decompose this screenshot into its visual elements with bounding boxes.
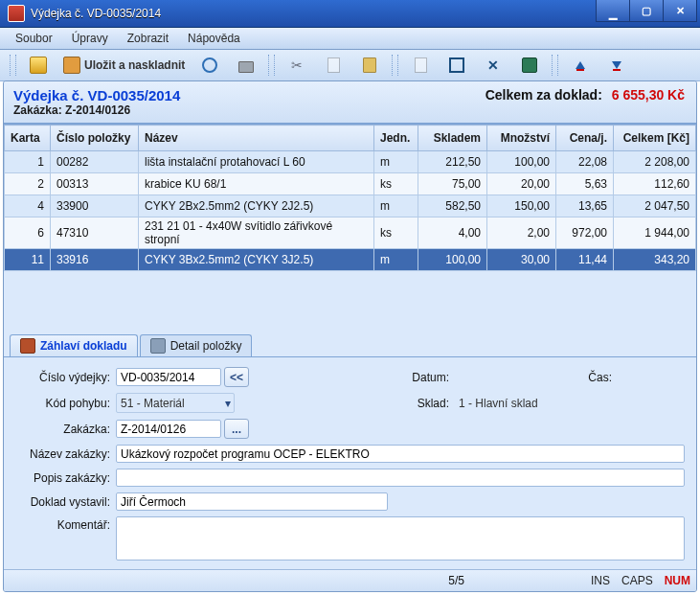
col-cena[interactable]: Cena/j. [556, 126, 614, 151]
cell-cena[interactable]: 5,63 [556, 173, 614, 195]
col-cislo-polozky[interactable]: Číslo položky [51, 126, 139, 151]
col-nazev[interactable]: Název [139, 126, 374, 151]
move-down-button[interactable] [600, 53, 633, 78]
cell-mn[interactable]: 100,00 [487, 151, 556, 173]
copy-button[interactable] [317, 53, 350, 78]
cell-mn[interactable]: 20,00 [487, 173, 556, 195]
refresh-button[interactable] [193, 53, 226, 78]
cell-karta[interactable]: 6 [5, 217, 51, 249]
tab-header-label: Záhlaví dokladu [40, 339, 127, 353]
col-skladem[interactable]: Skladem [418, 126, 487, 151]
cell-cena[interactable]: 13,65 [556, 195, 614, 217]
cell-cislo[interactable]: 00313 [51, 173, 139, 195]
toolbar-handle[interactable] [10, 55, 16, 76]
input-cislo-vydejky[interactable] [116, 368, 221, 386]
cell-jedn[interactable]: ks [374, 217, 418, 249]
label-popis-zakazky: Popis zakázky: [15, 471, 116, 485]
close-button[interactable]: ✕ [664, 0, 697, 22]
cell-nazev[interactable]: 231 21 01 - 4x40W svítidlo zářivkové str… [139, 217, 374, 249]
cell-cislo[interactable]: 47310 [51, 217, 139, 249]
cell-cel[interactable]: 112,60 [614, 173, 696, 195]
header-tab-icon [20, 338, 35, 354]
cell-nazev[interactable]: krabice KU 68/1 [139, 173, 374, 195]
cell-jedn[interactable]: ks [374, 173, 418, 195]
menu-view[interactable]: Zobrazit [118, 30, 178, 47]
input-komentar[interactable] [116, 516, 685, 561]
col-celkem[interactable]: Celkem [Kč] [614, 126, 696, 151]
field-datum [455, 368, 579, 386]
toolbar-handle[interactable] [392, 55, 398, 76]
menu-file[interactable]: Soubor [6, 30, 62, 47]
crop-button[interactable] [440, 53, 473, 78]
toolbar-handle[interactable] [268, 55, 275, 76]
table-row[interactable]: 647310231 21 01 - 4x40W svítidlo zářivko… [5, 217, 696, 249]
cell-cel[interactable]: 343,20 [614, 249, 696, 271]
cell-cena[interactable]: 972,00 [556, 217, 614, 249]
delete-icon: ✕ [487, 57, 499, 73]
cell-mn[interactable]: 150,00 [487, 195, 556, 217]
input-zakazka[interactable] [116, 420, 221, 438]
cell-skl[interactable]: 100,00 [418, 249, 487, 271]
delete-button[interactable]: ✕ [477, 53, 509, 78]
calc-button[interactable] [513, 53, 546, 78]
cell-karta[interactable]: 11 [5, 249, 51, 271]
cell-mn[interactable]: 2,00 [487, 217, 556, 249]
menu-edit[interactable]: Úpravy [62, 30, 118, 47]
cell-cena[interactable]: 22,08 [556, 151, 614, 173]
prev-doc-button[interactable]: << [224, 367, 249, 387]
cell-jedn[interactable]: m [374, 151, 418, 173]
col-karta[interactable]: Karta [5, 126, 51, 151]
combo-kod-pohybu[interactable]: 51 - Materiál ▾ [116, 393, 235, 413]
table-row[interactable]: 433900CYKY 2Bx2.5mm2 (CYKY 2J2.5)m582,50… [5, 195, 696, 217]
printer-icon [238, 61, 254, 73]
cell-nazev[interactable]: CYKY 2Bx2.5mm2 (CYKY 2J2.5) [139, 195, 374, 217]
move-up-button[interactable] [564, 53, 597, 78]
cell-karta[interactable]: 2 [5, 173, 51, 195]
cell-nazev[interactable]: lišta instalační protahovací L 60 [139, 151, 374, 173]
cell-jedn[interactable]: m [374, 195, 418, 217]
cell-cel[interactable]: 1 944,00 [614, 217, 696, 249]
tab-detail[interactable]: Detail položky [140, 334, 253, 356]
table-row[interactable]: 200313krabice KU 68/1ks75,0020,005,63112… [5, 173, 696, 195]
tab-header[interactable]: Záhlaví dokladu [10, 334, 138, 356]
cell-cislo[interactable]: 33900 [51, 195, 139, 217]
maximize-button[interactable]: ▢ [630, 0, 664, 22]
clipboard-icon [363, 57, 376, 73]
toolbar-handle[interactable] [552, 55, 558, 76]
cut-button[interactable]: ✂ [281, 53, 313, 78]
total-label: Celkem za doklad: [485, 87, 602, 103]
cell-cel[interactable]: 2 047,50 [614, 195, 696, 217]
paste-button[interactable] [353, 53, 386, 78]
cell-karta[interactable]: 1 [5, 151, 51, 173]
cell-cislo[interactable]: 33916 [51, 249, 139, 271]
items-grid[interactable]: Karta Číslo položky Název Jedn. Skladem … [4, 124, 696, 271]
cell-mn[interactable]: 30,00 [487, 249, 556, 271]
label-komentar: Komentář: [15, 516, 116, 532]
cell-cislo[interactable]: 00282 [51, 151, 139, 173]
save-and-stock-button[interactable]: Uložit a naskladnit [58, 53, 190, 78]
input-nazev-zakazky[interactable] [116, 445, 685, 463]
cell-skl[interactable]: 4,00 [418, 217, 487, 249]
open-button[interactable] [22, 53, 55, 78]
col-mnozstvi[interactable]: Množství [487, 126, 556, 151]
cell-jedn[interactable]: m [374, 249, 418, 271]
input-vystavil[interactable] [116, 492, 388, 511]
cell-cel[interactable]: 2 208,00 [614, 151, 696, 173]
menu-help[interactable]: Nápověda [178, 30, 250, 47]
table-row[interactable]: 100282lišta instalační protahovací L 60m… [5, 151, 696, 173]
cell-nazev[interactable]: CYKY 3Bx2.5mm2 (CYKY 3J2.5) [139, 249, 374, 271]
cell-cena[interactable]: 11,44 [556, 249, 614, 271]
cell-karta[interactable]: 4 [5, 195, 51, 217]
table-row[interactable]: 1133916CYKY 3Bx2.5mm2 (CYKY 3J2.5)m100,0… [5, 249, 696, 271]
app-icon [8, 5, 25, 22]
input-popis-zakazky[interactable] [116, 469, 685, 487]
cell-skl[interactable]: 212,50 [418, 151, 487, 173]
cell-skl[interactable]: 582,50 [418, 195, 487, 217]
browse-zakazka-button[interactable]: ... [224, 419, 249, 439]
col-jedn[interactable]: Jedn. [374, 126, 418, 151]
print-button[interactable] [230, 53, 262, 78]
new-doc-button[interactable] [404, 53, 437, 78]
cell-skl[interactable]: 75,00 [418, 173, 487, 195]
minimize-button[interactable]: ▁ [596, 0, 630, 22]
label-nazev-zakazky: Název zakázky: [15, 447, 116, 461]
